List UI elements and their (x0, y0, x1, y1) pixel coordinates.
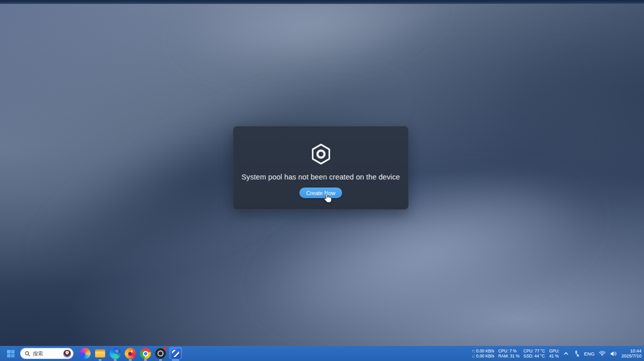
language-indicator[interactable]: ENG (584, 351, 595, 356)
cpu-load: CPU: 7 % (498, 348, 519, 354)
cpu-ram-widget[interactable]: CPU: 7 % RAM: 31 % (498, 348, 519, 359)
storage-app-icon (170, 348, 181, 359)
chevron-up-icon (564, 351, 569, 355)
gpu-widget[interactable]: GPU: 41 % (549, 348, 559, 359)
hidden-icons-chevron[interactable] (564, 351, 569, 355)
chrome-icon (140, 348, 151, 359)
search-input[interactable] (33, 350, 59, 356)
copilot-icon (79, 348, 91, 359)
taskbar-search[interactable] (20, 348, 73, 359)
running-indicator (159, 359, 162, 361)
pen-cursor-icon (573, 350, 580, 357)
speaker-icon (610, 350, 617, 357)
ssd-temp: SSD: 44 °C (523, 353, 545, 359)
wifi-tray[interactable] (599, 350, 606, 356)
gpu-label: GPU: (549, 348, 559, 354)
taskbar-app-firefox[interactable] (123, 346, 138, 361)
system-pool-dialog: System pool has not been created on the … (233, 126, 409, 210)
taskbar-app-file-explorer[interactable] (93, 346, 108, 361)
ram-usage: RAM: 31 % (498, 353, 519, 359)
taskbar-left (0, 346, 183, 361)
taskbar: ↑: 0.00 KB/s ↓: 0.00 KB/s CPU: 7 % RAM: … (0, 346, 644, 361)
taskbar-app-chrome[interactable] (138, 346, 153, 361)
hand-cursor (324, 193, 332, 203)
tray-pen-app[interactable] (573, 350, 580, 357)
running-indicator (114, 359, 117, 361)
search-icon (25, 351, 30, 356)
start-button[interactable] (4, 347, 17, 360)
firefox-icon (125, 348, 136, 359)
top-window-strip (0, 0, 644, 4)
net-download: ↓: 0.00 KB/s (472, 353, 495, 359)
net-upload: ↑: 0.00 KB/s (472, 348, 495, 354)
clock-widget[interactable]: 10:44 2025/7/10 (621, 348, 641, 359)
running-indicator (99, 359, 102, 361)
desktop-screen: System pool has not been created on the … (0, 0, 644, 361)
temps-widget[interactable]: CPU: 77 °C SSD: 44 °C (523, 348, 545, 359)
search-highlight-avatar[interactable] (63, 349, 71, 358)
file-explorer-icon (95, 348, 106, 359)
running-indicator (172, 359, 180, 361)
taskbar-app-edge[interactable] (108, 346, 123, 361)
wifi-icon (599, 350, 606, 356)
taskbar-app-copilot[interactable] (77, 346, 93, 361)
windows-logo-icon (7, 350, 15, 357)
obs-icon (155, 348, 166, 359)
taskbar-app-obs[interactable] (153, 346, 168, 361)
taskbar-apps (77, 346, 183, 361)
volume-tray[interactable] (610, 350, 617, 357)
edge-icon (110, 348, 121, 359)
gpu-load: 41 % (549, 353, 559, 359)
network-speed-widget[interactable]: ↑: 0.00 KB/s ↓: 0.00 KB/s (472, 348, 495, 359)
dialog-message: System pool has not been created on the … (242, 173, 400, 181)
time: 10:44 (621, 348, 641, 354)
running-indicator (144, 359, 147, 361)
create-now-button[interactable]: Create Now (299, 188, 342, 198)
taskbar-tray: ↑: 0.00 KB/s ↓: 0.00 KB/s CPU: 7 % RAM: … (472, 348, 644, 359)
taskbar-app-storage-app[interactable] (168, 346, 183, 361)
cpu-temp: CPU: 77 °C (523, 348, 545, 354)
system-pool-hexagon-icon (310, 143, 332, 164)
running-indicator (129, 359, 132, 361)
date: 2025/7/10 (621, 353, 641, 359)
